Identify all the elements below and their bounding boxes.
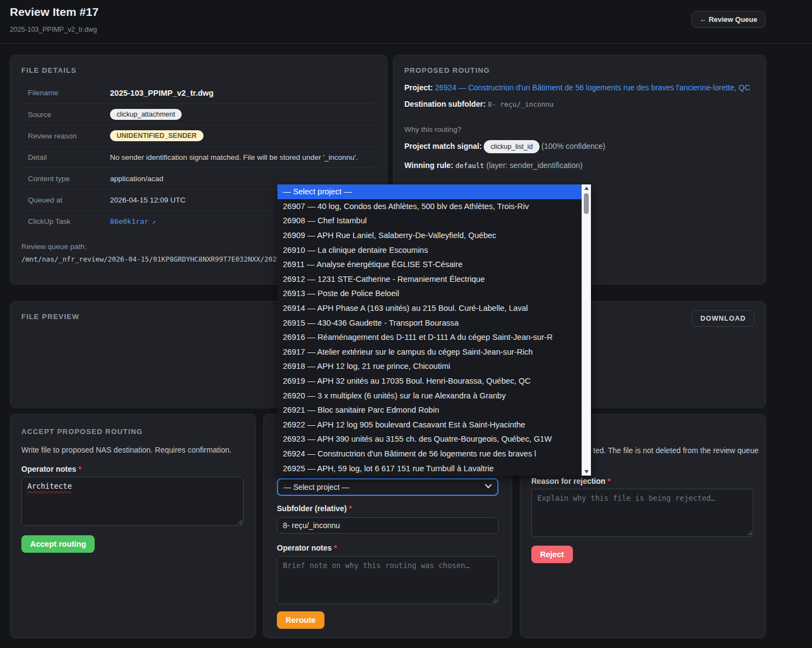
accept-routing-description: Write file to proposed NAS destination. … bbox=[21, 445, 231, 454]
proposed-project-line: Project: 26924 — Constructrion d'un Bâti… bbox=[404, 82, 755, 93]
operator-notes-value: Architecte bbox=[27, 482, 72, 490]
dropdown-option[interactable]: 26911 — Analyse énergétique ÉGLISE ST-Cé… bbox=[277, 257, 582, 272]
dropdown-option[interactable]: 26917 — Atelier extérieur sur le campus … bbox=[277, 345, 582, 360]
project-dropdown-list: — Select project —26907 — 40 log, Condos… bbox=[277, 184, 582, 476]
winning-rule-label: Winning rule: bbox=[404, 161, 453, 170]
file-details-title: FILE DETAILS bbox=[21, 66, 376, 74]
row-value: application/acad bbox=[110, 175, 164, 183]
dropdown-option[interactable]: 26920 — 3 x multiplex (6 unités) sur la … bbox=[277, 388, 582, 403]
row-label: Source bbox=[28, 111, 110, 119]
destination-subfolder-label: Destination subfolder: bbox=[404, 100, 486, 108]
winning-rule-layer: (layer: sender_identification) bbox=[486, 161, 583, 170]
confidence-text: (100% confidence) bbox=[542, 142, 606, 151]
accept-routing-card: ACCEPT PROPOSED ROUTING Write file to pr… bbox=[10, 414, 256, 638]
dropdown-option[interactable]: 26921 — Bloc sanitaire Parc Edmond Robin bbox=[277, 403, 582, 418]
row-label: Detail bbox=[28, 153, 110, 161]
source-badge: clickup_attachment bbox=[110, 109, 182, 120]
project-select-wrap: — Select project — bbox=[277, 478, 498, 496]
dropdown-option[interactable]: 26912 — 1231 STE-Catherine - Remaniement… bbox=[277, 272, 582, 287]
row-label: Content type bbox=[28, 175, 110, 183]
dropdown-option[interactable]: 26914 — APH Phase A (163 unités) au 215 … bbox=[277, 301, 582, 316]
required-asterisk: * bbox=[78, 465, 81, 473]
dropdown-option-selected[interactable]: — Select project — bbox=[277, 184, 582, 199]
scrollbar-thumb[interactable] bbox=[584, 193, 589, 214]
header-divider bbox=[0, 43, 812, 44]
table-row: Review reasonUNIDENTIFIED_SENDER bbox=[21, 125, 376, 146]
required-asterisk: * bbox=[607, 477, 610, 485]
clickup-list-id-badge: clickup_list_id bbox=[484, 140, 539, 153]
project-link[interactable]: 26924 — Constructrion d'un Bâtiment de 5… bbox=[435, 83, 750, 92]
table-row: Filename2025-103_PPIMP_v2_tr.dwg bbox=[21, 82, 376, 103]
reject-reason-wrap bbox=[531, 489, 753, 537]
row-value: 2026-04-15 12:09 UTC bbox=[110, 196, 185, 204]
dropdown-option[interactable]: 26908 — Chef Istambul bbox=[277, 213, 582, 228]
project-match-signal-line: Project match signal: clickup_list_id (1… bbox=[404, 140, 755, 153]
dropdown-option[interactable]: 26909 — APH Rue Laniel, Salaberry-De-Val… bbox=[277, 228, 582, 243]
row-value: No sender identification signal matched.… bbox=[110, 153, 358, 161]
destination-subfolder-line: Destination subfolder: 8- reçu/_inconnu bbox=[404, 99, 755, 109]
scrollbar-down-arrow-icon[interactable] bbox=[582, 468, 591, 476]
row-label: ClickUp Task bbox=[28, 217, 110, 225]
scrollbar-up-arrow-icon[interactable] bbox=[582, 184, 591, 192]
reason-for-rejection-label: Reason for rejection * bbox=[531, 477, 611, 485]
row-label: Queued at bbox=[28, 196, 110, 204]
review-reason-badge: UNIDENTIFIED_SENDER bbox=[110, 130, 204, 141]
project-dropdown: — Select project —26907 — 40 log, Condos… bbox=[277, 184, 591, 476]
review-queue-button[interactable]: ← Review Queue bbox=[692, 11, 765, 28]
proposed-routing-title: PROPOSED ROUTING bbox=[404, 66, 755, 74]
subfolder-label: Subfolder (relative) * bbox=[277, 504, 352, 513]
project-select[interactable]: — Select project — bbox=[277, 478, 498, 496]
dropdown-option[interactable]: 26923 — APH 390 unités au 3155 ch. des Q… bbox=[277, 432, 582, 447]
winning-rule-line: Winning rule: default (layer: sender_ide… bbox=[404, 160, 755, 171]
reject-reason-textarea[interactable] bbox=[532, 489, 753, 536]
dropdown-option[interactable]: 26916 — Réaménagement des D-111 et D-111… bbox=[277, 330, 582, 345]
accept-routing-title: ACCEPT PROPOSED ROUTING bbox=[21, 427, 143, 436]
dropdown-option[interactable]: 26913 — Poste de Police Beloeil bbox=[277, 286, 582, 301]
dropdown-option[interactable]: 26910 — La clinique dentaire Escoumins bbox=[277, 242, 582, 257]
download-button[interactable]: DOWNLOAD bbox=[692, 310, 755, 327]
winning-rule-value: default bbox=[455, 161, 484, 170]
destination-subfolder-value: 8- reçu/_inconnu bbox=[488, 100, 553, 108]
required-asterisk: * bbox=[349, 504, 351, 513]
reroute-operator-notes-label: Operator notes * bbox=[277, 543, 337, 552]
dropdown-scrollbar[interactable] bbox=[582, 184, 591, 476]
required-asterisk: * bbox=[334, 543, 337, 552]
subfolder-input[interactable] bbox=[277, 517, 498, 534]
reject-description: ted. The file is not deleted from the re… bbox=[593, 446, 758, 455]
reject-button[interactable]: Reject bbox=[531, 546, 573, 563]
row-value: 2025-103_PPIMP_v2_tr.dwg bbox=[110, 89, 213, 97]
project-match-signal-label: Project match signal: bbox=[404, 142, 482, 151]
page-subtitle: 2025-103_PPIMP_v2_tr.dwg bbox=[10, 26, 97, 33]
dropdown-option[interactable]: 26924 — Constructrion d'un Bâtiment de 5… bbox=[277, 447, 582, 461]
external-link-icon: ↗ bbox=[148, 218, 155, 225]
accept-operator-notes-textarea[interactable]: Architecte bbox=[21, 477, 243, 526]
reroute-button[interactable]: Reroute bbox=[277, 611, 324, 629]
page-title: Review Item #17 bbox=[10, 5, 98, 19]
why-routing-heading: Why this routing? bbox=[404, 125, 755, 134]
clickup-task-link[interactable]: 86e0k1rar ↗ bbox=[110, 217, 156, 225]
accept-operator-notes-label: Operator notes * bbox=[21, 465, 82, 473]
dropdown-option[interactable]: 26922 — APH 12 log 905 boulevard Casavan… bbox=[277, 418, 582, 432]
dropdown-option[interactable]: 26915 — 430-436 Gaudette - Transport Bou… bbox=[277, 315, 582, 330]
dropdown-option[interactable]: 26907 — 40 log, Condos des Athlètes, 500… bbox=[277, 199, 582, 214]
table-row: Sourceclickup_attachment bbox=[21, 103, 376, 125]
row-label: Filename bbox=[28, 89, 110, 97]
project-label: Project: bbox=[404, 83, 433, 92]
reroute-operator-notes-textarea[interactable] bbox=[277, 557, 498, 604]
accept-routing-button[interactable]: Accept routing bbox=[21, 535, 95, 553]
dropdown-option[interactable]: 26919 — APH 32 unités au 17035 Boul. Hen… bbox=[277, 374, 582, 389]
dropdown-option[interactable]: 26925 — APH, 59 log, lot 6 617 151 rue T… bbox=[277, 461, 582, 476]
dropdown-option[interactable]: 26918 — APH 12 log, 21 rue prince, Chico… bbox=[277, 359, 582, 374]
row-label: Review reason bbox=[28, 132, 110, 140]
reroute-notes-wrap bbox=[277, 556, 498, 604]
table-row: DetailNo sender identification signal ma… bbox=[21, 146, 376, 167]
